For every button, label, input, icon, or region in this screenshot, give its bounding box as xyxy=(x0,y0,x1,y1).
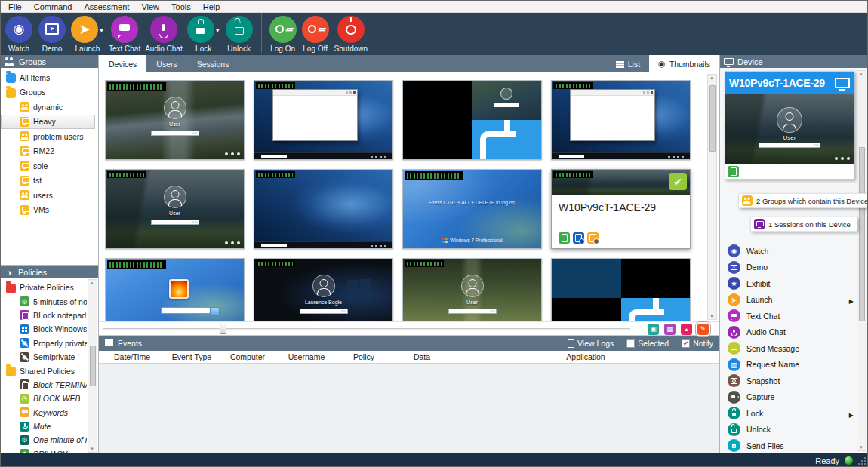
device-card[interactable]: W10Pv9cT-1ACE-29 User xyxy=(725,71,854,180)
selected-checkbox[interactable] xyxy=(626,339,635,348)
thumbnails-scrollbar[interactable] xyxy=(707,74,717,320)
scrollbar-thumb[interactable] xyxy=(859,147,865,321)
events-column-header[interactable]: Computer xyxy=(218,352,277,361)
toolbar-button[interactable]: Log On xyxy=(261,13,299,53)
device-thumbnail[interactable]: User xyxy=(402,258,542,321)
thumbnails-view-button[interactable]: Thumbnails xyxy=(649,55,719,72)
device-action[interactable]: Exhibit xyxy=(728,275,867,292)
toolbar-button[interactable]: Shutdown xyxy=(332,13,370,53)
device-sessions-button[interactable]: 1 Sessions on this Device xyxy=(750,217,857,232)
toolbar-button[interactable]: Lock xyxy=(185,13,223,53)
group-tree-item[interactable]: Groups xyxy=(1,85,95,100)
toolbar-button[interactable]: Log Off xyxy=(299,13,332,53)
device-thumbnail[interactable]: User xyxy=(105,169,245,249)
device-thumbnail[interactable]: User xyxy=(105,80,245,160)
device-action[interactable]: Lock xyxy=(728,405,867,422)
policy-tree-item[interactable]: Properly private xyxy=(1,336,88,350)
tab-sessions[interactable]: Sessions xyxy=(187,55,239,72)
notify-toggle[interactable]: Notify xyxy=(682,339,713,348)
tab-users[interactable]: Users xyxy=(146,55,186,72)
events-column-header[interactable]: Policy xyxy=(336,352,392,361)
policy-clock-icon xyxy=(573,232,584,244)
device-action[interactable]: Watch xyxy=(728,243,867,260)
thumbnail-size-slider-track[interactable] xyxy=(103,328,630,330)
policy-tree-item[interactable]: Private Policies xyxy=(1,281,88,294)
device-action[interactable]: Send Message xyxy=(728,340,867,357)
device-action[interactable]: Launch xyxy=(728,292,867,309)
view-logs-button[interactable]: View Logs xyxy=(568,339,614,348)
policy-tree-item[interactable]: BLock notepad xyxy=(1,309,88,322)
view-mode-button[interactable] xyxy=(648,324,659,335)
resize-grip[interactable] xyxy=(858,457,866,465)
tab-devices[interactable]: Devices xyxy=(99,55,146,72)
events-column-header[interactable]: Date/Time xyxy=(99,352,165,361)
policy-tree-item[interactable]: Block Windows no... xyxy=(1,322,88,336)
group-tree-item[interactable]: VMs xyxy=(1,203,95,218)
scrollbar-thumb[interactable] xyxy=(90,346,96,387)
policy-tree-item[interactable]: BLOCK WEB xyxy=(1,392,88,405)
events-column-header[interactable]: Data xyxy=(392,352,452,361)
group-tree-item[interactable]: tst xyxy=(1,174,95,189)
group-tree-item[interactable]: users xyxy=(1,188,95,203)
device-thumbnail[interactable]: Press CTRL + ALT + DELETE to log on Wind… xyxy=(402,169,542,249)
group-tree-item[interactable]: sole xyxy=(1,158,95,174)
device-action[interactable]: Send Files xyxy=(728,438,867,453)
policy-tree-item[interactable]: PRIVACY xyxy=(1,447,88,453)
events-column-header[interactable]: Application xyxy=(452,352,719,361)
policy-tree-item[interactable]: Mute xyxy=(1,419,88,433)
scrollbar-thumb[interactable] xyxy=(709,85,716,152)
device-groups-button[interactable]: 2 Groups which contain this Device xyxy=(738,193,867,208)
policy-tree-item[interactable]: Semiprivate xyxy=(1,350,88,364)
device-action[interactable]: Audio Chat xyxy=(728,324,867,341)
policy-tree-item[interactable]: Block TERMINALS xyxy=(1,378,88,392)
device-thumbnail[interactable]: Laurence Bogle xyxy=(254,258,393,321)
device-thumbnail[interactable] xyxy=(105,258,245,321)
policy-tree-item[interactable]: Shared Policies xyxy=(1,364,88,377)
view-mode-button[interactable] xyxy=(681,324,692,335)
menu-item[interactable]: View xyxy=(135,2,165,11)
menu-item[interactable]: File xyxy=(2,2,28,11)
device-action[interactable]: Request Name xyxy=(728,357,867,373)
group-tree-item[interactable]: problem users xyxy=(1,129,95,144)
menu-item[interactable]: Assessment xyxy=(78,2,135,11)
device-thumbnail[interactable] xyxy=(551,80,691,160)
events-column-header[interactable]: Event Type xyxy=(165,352,218,361)
toolbar-button[interactable]: Unlock xyxy=(223,13,256,53)
toolbar-button[interactable]: Demo xyxy=(35,13,69,53)
policies-scrollbar[interactable] xyxy=(88,279,97,453)
thumbnail-size-slider-handle[interactable] xyxy=(220,324,226,334)
group-tree-item[interactable]: Heavy xyxy=(1,115,95,130)
menu-item[interactable]: Help xyxy=(197,2,226,11)
dropdown-caret-icon[interactable] xyxy=(99,23,104,35)
policy-tree-item[interactable]: 5 minutes of nothing xyxy=(1,294,88,308)
notify-checkbox[interactable] xyxy=(682,339,690,348)
selected-filter-toggle[interactable]: Selected xyxy=(626,339,669,348)
events-column-header[interactable]: Username xyxy=(277,352,336,361)
device-action[interactable]: Unlock xyxy=(728,422,867,438)
toolbar-button[interactable]: Audio Chat xyxy=(143,13,184,53)
device-action[interactable]: Snapshot xyxy=(728,373,867,389)
menu-item[interactable]: Command xyxy=(28,2,78,11)
view-mode-button[interactable] xyxy=(664,324,676,335)
device-action[interactable]: Text Chat xyxy=(728,308,867,324)
policy-tree-item[interactable]: One minute of not... xyxy=(1,433,88,447)
toolbar-button[interactable]: Text Chat xyxy=(106,13,143,53)
device-thumbnail-selected[interactable]: W10Pv9cT-1ACE-29 xyxy=(551,169,691,249)
device-panel-scrollbar[interactable] xyxy=(857,70,866,451)
group-tree-item[interactable]: dynamic xyxy=(1,100,95,115)
group-tree-item[interactable]: All Items xyxy=(1,70,95,85)
policy-tree-item[interactable]: Keywords xyxy=(1,406,88,419)
view-mode-button[interactable] xyxy=(697,324,709,335)
group-tree-item[interactable]: RM22 xyxy=(1,144,95,159)
device-thumbnail[interactable] xyxy=(254,169,393,249)
list-view-button[interactable]: List xyxy=(607,55,649,72)
toolbar-button[interactable]: Launch xyxy=(69,13,106,53)
toolbar-button[interactable]: Watch xyxy=(2,13,35,53)
device-thumbnail[interactable] xyxy=(551,258,691,321)
dropdown-caret-icon[interactable] xyxy=(215,23,220,35)
device-thumbnail[interactable] xyxy=(402,80,542,160)
menu-item[interactable]: Tools xyxy=(165,2,197,11)
device-action[interactable]: Demo xyxy=(728,260,867,276)
device-action[interactable]: Capture xyxy=(728,389,867,406)
device-thumbnail[interactable] xyxy=(254,80,393,160)
